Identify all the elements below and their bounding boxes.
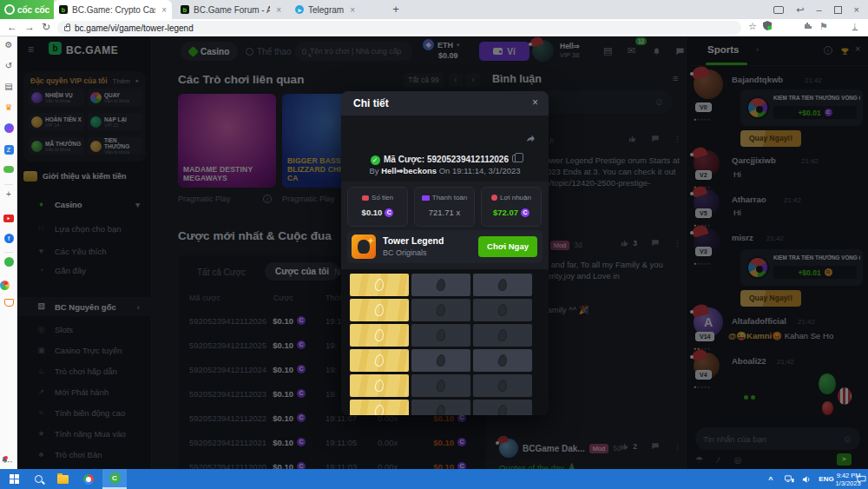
- referral-link[interactable]: Giới thiệu và kiếm tiền: [23, 167, 146, 186]
- start-button[interactable]: [3, 469, 24, 489]
- crown-icon[interactable]: ♛: [0, 102, 17, 112]
- more-icon[interactable]: ⋯: [0, 457, 17, 466]
- chat-message-field[interactable]: [703, 434, 833, 444]
- vip-card-quest[interactable]: NHIỆM VỤVẫn bị khóa: [29, 89, 84, 106]
- sidebar-item-picks[interactable]: ∷Lựa chọn cho bạn: [17, 219, 152, 238]
- share-icon[interactable]: [525, 131, 536, 147]
- player-name[interactable]: Hell⇒beckons: [381, 166, 437, 175]
- close-window-button[interactable]: ×: [854, 4, 859, 15]
- sidebar-item-live-casino[interactable]: ▣Casino Trực tuyến: [17, 340, 152, 360]
- green-app-icon[interactable]: [0, 257, 17, 268]
- address-bar[interactable]: bc.game/vi/game/tower-legend: [57, 21, 741, 35]
- chat-mention[interactable]: @😜Kamni😡: [728, 331, 782, 340]
- tab-my-bets[interactable]: Cược của tôi: [265, 262, 339, 281]
- casino-tab[interactable]: Casino: [181, 42, 238, 61]
- chat-username[interactable]: Aboali22: [732, 356, 766, 366]
- youtube-icon[interactable]: ▸: [0, 212, 17, 222]
- rain-tip-icon[interactable]: ☂: [695, 455, 703, 465]
- facebook-icon[interactable]: f: [0, 233, 17, 243]
- taskbar-search-icon[interactable]: [28, 469, 49, 489]
- commenter-avatar[interactable]: [499, 439, 518, 458]
- colorful-app-icon[interactable]: [0, 282, 10, 292]
- chat-username[interactable]: Qarcjjixiwb: [732, 155, 776, 165]
- tab-bcgame[interactable]: b BC.Game: Crypto Casino Gan ×: [54, 0, 172, 19]
- username[interactable]: Hell⇒: [560, 42, 580, 50]
- carousel-prev-icon[interactable]: ‹: [449, 73, 463, 87]
- emoji-icon[interactable]: ☺: [843, 433, 852, 444]
- like-icon[interactable]: [628, 135, 637, 143]
- mail-icon[interactable]: ✉: [628, 45, 635, 56]
- sidebar-item-buy-feature[interactable]: ★Tính năng Mua vào: [17, 424, 152, 443]
- copy-icon[interactable]: [512, 155, 519, 162]
- reply-bubble-icon[interactable]: [651, 135, 660, 143]
- tab-close-icon[interactable]: ×: [276, 5, 281, 15]
- bet-row[interactable]: 59205239412112020$0.10C19:11:030.00x$0.1…: [178, 455, 486, 469]
- sidebar-item-recent[interactable]: ◔Gần đây: [17, 261, 152, 280]
- tab-telegram[interactable]: ➤ Telegram ×: [290, 0, 384, 19]
- workspace-back-icon[interactable]: ↩: [796, 4, 804, 16]
- adblock-shield-icon[interactable]: [763, 21, 772, 32]
- send-icon[interactable]: ➤: [837, 453, 852, 466]
- tab-forum[interactable]: b BC.Game Forum - A Cryptoc. ×: [175, 0, 286, 19]
- spin-now-button[interactable]: Quay Ngay!!: [740, 130, 801, 147]
- balance-selector[interactable]: ◆ ETH ▾: [423, 39, 460, 50]
- bell-icon[interactable]: [652, 44, 661, 60]
- bookmark-star-icon[interactable]: ☆: [748, 21, 757, 32]
- tray-chevron-icon[interactable]: ^: [764, 469, 778, 489]
- tab-close-icon[interactable]: ×: [161, 5, 167, 15]
- game-search[interactable]: [295, 42, 412, 61]
- sports-tab[interactable]: Thể thao: [239, 42, 298, 61]
- sidebar-item-high-volatility[interactable]: ≈Tính biến động cao: [17, 403, 152, 422]
- reload-icon[interactable]: ↻: [42, 21, 50, 33]
- gear-icon[interactable]: ⚙: [0, 40, 17, 50]
- messenger-icon[interactable]: [0, 123, 17, 135]
- info-icon[interactable]: i: [263, 195, 272, 203]
- new-tab-button[interactable]: +: [389, 3, 403, 17]
- support-chat-icon[interactable]: [675, 44, 685, 60]
- rules-pencil-icon[interactable]: ∕: [718, 455, 720, 465]
- game-name[interactable]: Tower Legend: [383, 235, 444, 246]
- bet-row[interactable]: 59205239412112021$0.10C19:11:050.00x$0.1…: [178, 431, 486, 454]
- tower-legend-thumbnail[interactable]: [352, 235, 376, 259]
- like-icon[interactable]: [621, 239, 629, 248]
- trophy-icon[interactable]: [840, 44, 850, 60]
- more-dots-icon[interactable]: ⋮: [674, 442, 681, 451]
- vip-card-cashback[interactable]: HOÀN TIỀN XVIP 14: [29, 113, 84, 130]
- forward-icon[interactable]: →: [24, 21, 35, 33]
- game-card-madame-destiny[interactable]: MADAME DESTINY MEGAWAYS: [178, 94, 276, 188]
- user-avatar[interactable]: [532, 40, 554, 62]
- downloads-tray-icon[interactable]: ↓: [852, 21, 858, 30]
- reply-bubble-icon[interactable]: [651, 239, 660, 248]
- zalo-icon[interactable]: Z: [0, 144, 17, 155]
- tab-close-icon[interactable]: ×: [350, 5, 355, 15]
- volume-icon[interactable]: [799, 469, 814, 489]
- vip-more-link[interactable]: Thêm: [113, 77, 130, 85]
- sidebar-item-table-games[interactable]: ♣Trò chơi Bàn: [17, 445, 152, 464]
- all-games-button[interactable]: Tất cả 99: [404, 73, 444, 87]
- extension-icon[interactable]: [804, 21, 812, 31]
- play-now-button[interactable]: Chơi Ngay: [478, 236, 537, 257]
- gif-icon[interactable]: ◎: [734, 455, 742, 465]
- games-icon[interactable]: [0, 165, 17, 175]
- emoji-icon[interactable]: ☺: [654, 96, 664, 107]
- vip-card-spin[interactable]: QUAYVẫn bị khóa: [88, 89, 143, 106]
- chat-username[interactable]: misrz: [732, 233, 753, 242]
- sidebar-item-new-releases[interactable]: ↗Mới Phát hành: [17, 382, 152, 401]
- sidebar-item-hot-games[interactable]: ♨Trò chơi hấp dẫn: [17, 361, 152, 380]
- more-dots-icon[interactable]: ⋮: [674, 135, 681, 143]
- bonus-spin-card[interactable]: KIẾM TRA TIỀN THƯỞNG VÒNG QU +$0.01C: [740, 89, 863, 126]
- file-explorer-icon[interactable]: [52, 469, 73, 489]
- coccoc-brand[interactable]: cốc cốc: [0, 0, 54, 19]
- coccoc-taskbar-icon[interactable]: C: [102, 469, 127, 489]
- chat-room-tab[interactable]: Sports: [707, 44, 739, 55]
- chevron-right-icon[interactable]: ›: [756, 45, 759, 54]
- commenter-name[interactable]: BCGame Dak...: [523, 444, 585, 453]
- tab-all-bets[interactable]: Tất cả Cược: [197, 268, 246, 277]
- vip-card-bonus-code[interactable]: MÃ THƯỞNGVẫn bị khóa: [29, 137, 84, 155]
- feed-icon[interactable]: ▤: [0, 82, 17, 91]
- chat-username[interactable]: Altafadofficial: [732, 316, 786, 326]
- minimize-button[interactable]: –: [816, 4, 821, 15]
- sidebar-item-favorites[interactable]: ♥Các Yêu thích: [17, 241, 152, 261]
- quests-list-icon[interactable]: ▤: [603, 45, 612, 56]
- close-chat-icon[interactable]: ×: [855, 43, 860, 54]
